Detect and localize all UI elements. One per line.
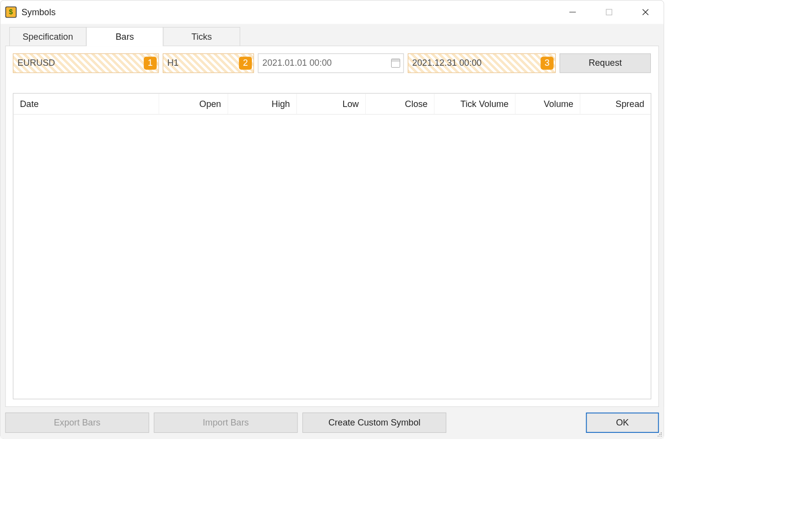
table-header: Date Open High Low Close Tick Volume Vol… — [13, 94, 651, 115]
content-area: Specification Bars Ticks EURUSD 1 H1 2 2… — [0, 24, 664, 439]
ok-label: OK — [616, 418, 629, 428]
bars-table: Date Open High Low Close Tick Volume Vol… — [13, 93, 651, 399]
col-low[interactable]: Low — [297, 94, 366, 114]
tab-ticks[interactable]: Ticks — [163, 27, 240, 46]
ok-button[interactable]: OK — [586, 413, 659, 433]
footer: Export Bars Import Bars Create Custom Sy… — [0, 407, 664, 438]
symbol-input[interactable]: EURUSD 1 — [13, 53, 159, 73]
date-from-input[interactable]: 2021.01.01 00:00 — [258, 53, 404, 73]
calendar-icon[interactable] — [391, 59, 400, 68]
col-high[interactable]: High — [228, 94, 296, 114]
annotation-badge-1: 1 — [144, 57, 157, 70]
bars-panel: EURUSD 1 H1 2 2021.01.01 00:00 2021.12.3… — [5, 46, 659, 407]
tab-bars[interactable]: Bars — [86, 27, 163, 46]
request-label: Request — [589, 58, 622, 68]
import-bars-label: Import Bars — [203, 418, 249, 428]
filter-row: EURUSD 1 H1 2 2021.01.01 00:00 2021.12.3… — [13, 53, 651, 73]
timeframe-select[interactable]: H1 2 — [163, 53, 254, 73]
window-title: Symbols — [22, 7, 555, 17]
request-button[interactable]: Request — [560, 53, 651, 73]
symbols-window: $ Symbols Specification Bars Ticks — [0, 0, 664, 439]
col-volume[interactable]: Volume — [515, 94, 580, 114]
tab-specification[interactable]: Specification — [9, 27, 86, 46]
annotation-badge-2: 2 — [239, 57, 252, 70]
minimize-icon — [568, 8, 577, 17]
close-button[interactable] — [627, 0, 664, 24]
table-body — [13, 114, 651, 399]
timeframe-value: H1 — [167, 58, 179, 68]
svg-rect-1 — [606, 9, 612, 15]
create-custom-symbol-label: Create Custom Symbol — [328, 418, 421, 428]
tab-bar: Specification Bars Ticks — [0, 27, 664, 46]
col-close[interactable]: Close — [366, 94, 434, 114]
col-tick-volume[interactable]: Tick Volume — [434, 94, 515, 114]
col-date[interactable]: Date — [13, 94, 159, 114]
maximize-icon — [605, 8, 613, 16]
close-icon — [642, 8, 650, 17]
export-bars-label: Export Bars — [54, 418, 101, 428]
window-controls — [554, 0, 664, 24]
col-spread[interactable]: Spread — [580, 94, 651, 114]
app-icon: $ — [5, 6, 17, 18]
date-to-value: 2021.12.31 00:00 — [412, 58, 482, 68]
maximize-button[interactable] — [591, 0, 627, 24]
titlebar: $ Symbols — [0, 0, 664, 24]
export-bars-button[interactable]: Export Bars — [5, 413, 149, 433]
import-bars-button[interactable]: Import Bars — [154, 413, 298, 433]
date-from-value: 2021.01.01 00:00 — [263, 58, 332, 68]
minimize-button[interactable] — [554, 0, 590, 24]
symbol-value: EURUSD — [17, 58, 55, 68]
date-to-input[interactable]: 2021.12.31 00:00 3 — [408, 53, 556, 73]
create-custom-symbol-button[interactable]: Create Custom Symbol — [302, 413, 446, 433]
col-open[interactable]: Open — [159, 94, 228, 114]
annotation-badge-3: 3 — [540, 57, 553, 70]
resize-grip[interactable] — [656, 431, 662, 437]
